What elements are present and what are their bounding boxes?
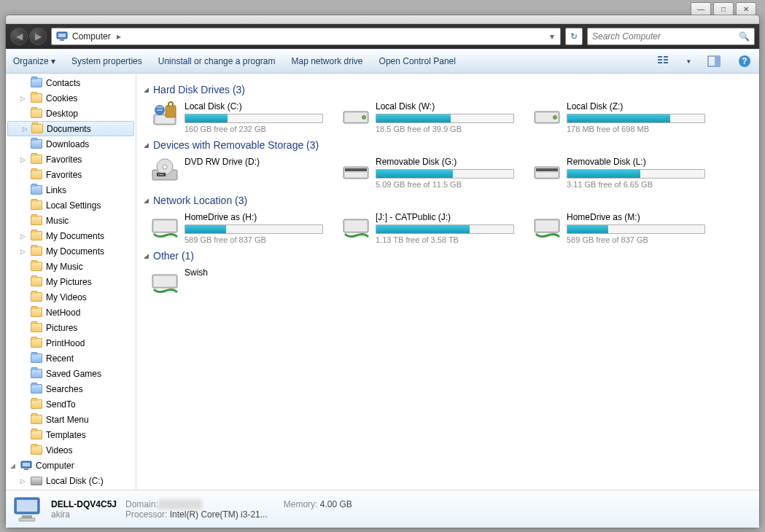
svg-rect-6 [664,56,668,58]
tree-item-computer[interactable]: ◢Computer [6,458,136,473]
tree-item-downloads[interactable]: Downloads [6,136,136,152]
minimize-button[interactable]: — [691,2,711,15]
expand-arrow-icon[interactable]: ▷ [23,125,28,133]
organize-menu[interactable]: Organize ▾ [13,56,55,66]
tree-item-label: Start Menu [46,415,89,425]
tree-item-label: Cookies [46,93,77,103]
tree-item-local-disk-c[interactable]: ▷Local Disk (C:) [6,473,136,488]
drive-icon [151,101,179,129]
tree-item-label: Local Settings [46,200,101,211]
tree-item-videos[interactable]: Videos [6,442,136,458]
svg-rect-36 [536,173,558,177]
drive-item[interactable]: Removable Disk (G:)5.09 GB free of 11.5 … [342,157,524,189]
breadcrumb[interactable]: Computer [72,31,111,42]
control-panel-button[interactable]: Open Control Panel [379,56,456,66]
view-dropdown[interactable]: ▾ [687,58,691,65]
capacity-bar [376,169,514,179]
drive-item[interactable]: Swish [151,267,333,295]
system-properties-button[interactable]: System properties [71,56,142,66]
maximize-button[interactable]: □ [713,2,734,15]
collapse-icon[interactable]: ◢ [144,197,149,204]
svg-rect-32 [345,168,367,171]
drive-freespace: 1.13 TB free of 3.58 TB [376,235,524,244]
folder-icon [31,185,42,195]
tree-item-label: Links [46,185,66,195]
collapse-icon[interactable]: ◢ [144,86,149,93]
map-drive-button[interactable]: Map network drive [292,56,363,66]
drive-freespace: 160 GB free of 232 GB [185,125,333,133]
address-dropdown[interactable]: ▾ [548,31,556,42]
collapse-icon[interactable]: ◢ [144,141,149,149]
tree-item-my-documents[interactable]: ▷My Documents [6,243,136,259]
drive-item[interactable]: Local Disk (Z:)178 MB free of 698 MB [533,101,715,133]
section-header[interactable]: ◢Network Location (3) [144,195,752,206]
expand-arrow-icon[interactable]: ▷ [20,156,26,163]
expand-arrow-icon[interactable]: ◢ [10,462,15,469]
details-pane: DELL-DQV4C5J akira Domain: Processor: In… [6,490,759,528]
drive-freespace: 18.5 GB free of 39.9 GB [376,125,524,133]
drive-item[interactable]: Local Disk (C:)160 GB free of 232 GB [151,101,333,133]
forward-button[interactable]: ▶ [29,28,47,45]
tree-item-my-pictures[interactable]: My Pictures [6,274,136,289]
search-input[interactable] [592,31,739,42]
svg-rect-40 [345,221,367,231]
tree-item-my-music[interactable]: My Music [6,259,136,274]
view-options-button[interactable] [656,54,671,69]
search-icon[interactable]: 🔍 [739,31,750,42]
drive-item[interactable]: Removable Disk (L:)3.11 GB free of 6.65 … [533,157,715,189]
drive-item[interactable]: HomeDrive as (M:)589 GB free of 837 GB [533,212,715,244]
tree-item-pictures[interactable]: Pictures [6,320,136,335]
scrollbar-thumb[interactable] [136,183,136,227]
tree-item-links[interactable]: Links [6,182,136,197]
tree-item-contacts[interactable]: Contacts [6,75,136,90]
drive-item[interactable]: [J:] - CATPublic (J:)1.13 TB free of 3.5… [342,212,524,244]
tree-item-documents[interactable]: ▷Documents [7,121,134,136]
tree-item-templates[interactable]: Templates [6,427,136,442]
tree-item-printhood[interactable]: PrintHood [6,335,136,351]
search-box[interactable]: 🔍 [587,28,755,45]
folder-icon [31,109,42,118]
tree-item-recent[interactable]: Recent [6,351,136,366]
titlebar[interactable] [6,15,759,24]
tree-item-my-documents[interactable]: ▷My Documents [6,228,136,243]
collapse-icon[interactable]: ◢ [144,252,149,259]
tree-item-cookies[interactable]: ▷Cookies [6,90,136,106]
refresh-button[interactable]: ↻ [565,28,583,45]
tree-item-label: Videos [46,445,72,455]
tree-item-local-settings[interactable]: Local Settings [6,197,136,213]
tree-item-my-videos[interactable]: My Videos [6,289,136,305]
uninstall-button[interactable]: Uninstall or change a program [158,56,276,66]
tree-item-favorites[interactable]: Favorites [6,167,136,182]
tree-item-nethood[interactable]: NetHood [6,305,136,320]
expand-arrow-icon[interactable]: ▷ [20,477,26,485]
tree-item-label: Pictures [46,323,77,333]
preview-pane-button[interactable] [707,54,721,69]
tree-item-saved-games[interactable]: Saved Games [6,366,136,381]
tree-item-music[interactable]: Music [6,213,136,228]
tree-item-favorites[interactable]: ▷Favorites [6,152,136,167]
expand-arrow-icon[interactable]: ▷ [20,95,26,102]
help-button[interactable]: ? [737,54,752,69]
close-button[interactable]: ✕ [736,2,756,15]
svg-rect-18 [166,106,176,117]
nav-tree[interactable]: Contacts▷CookiesDesktop▷DocumentsDownloa… [6,74,136,490]
processor-label: Processor: [125,509,167,520]
section-header[interactable]: ◢Devices with Removable Storage (3) [144,139,752,151]
section-header[interactable]: ◢Hard Disk Drives (3) [144,84,752,95]
tree-item-sendto[interactable]: SendTo [6,396,136,412]
tree-item-searches[interactable]: Searches [6,381,136,396]
drive-item[interactable]: Local Disk (W:)18.5 GB free of 39.9 GB [342,101,524,133]
address-bar[interactable]: Computer ▸ ▾ [51,28,561,45]
drive-item[interactable]: DVDDVD RW Drive (D:) [151,157,333,189]
chevron-right-icon[interactable]: ▸ [115,31,123,42]
drive-freespace: 5.09 GB free of 11.5 GB [376,180,524,189]
tree-item-start-menu[interactable]: Start Menu [6,412,136,427]
content-pane[interactable]: ◢Hard Disk Drives (3)Local Disk (C:)160 … [136,74,759,490]
drive-item[interactable]: HomeDrive as (H:)589 GB free of 837 GB [151,212,333,244]
expand-arrow-icon[interactable]: ▷ [20,248,26,255]
tree-item-desktop[interactable]: Desktop [6,106,136,121]
domain-value [158,499,202,509]
expand-arrow-icon[interactable]: ▷ [20,232,26,240]
back-button[interactable]: ◀ [10,28,28,45]
section-header[interactable]: ◢Other (1) [144,250,752,262]
